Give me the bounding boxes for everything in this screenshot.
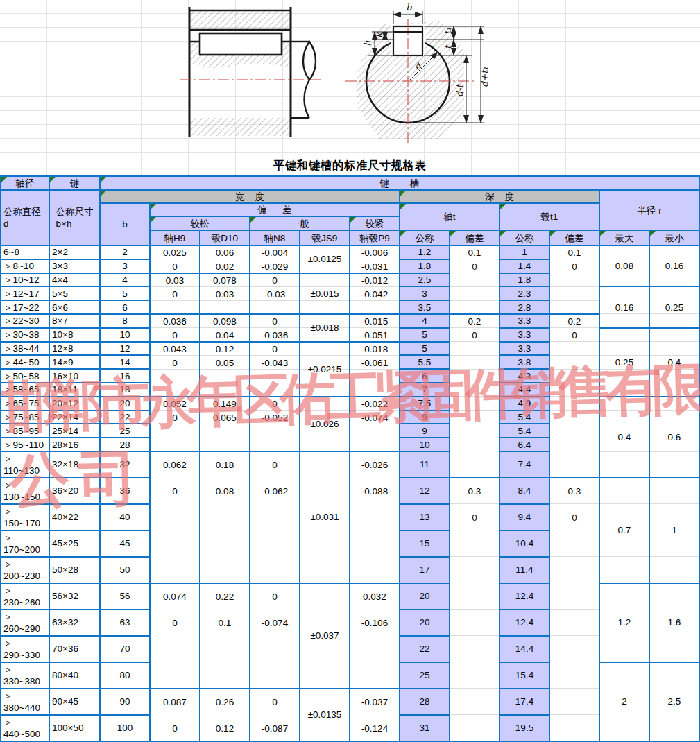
cell-n8: 0-0.03	[250, 274, 299, 313]
cell-radius-max: 0.4	[600, 397, 649, 477]
cell-js9: ±0.037	[300, 584, 349, 688]
cell-js9: ±0.0215	[300, 343, 349, 396]
cell-p9: -0.022-0.074	[350, 397, 399, 451]
cell-t1-nominal: 10.4	[500, 531, 549, 556]
cell-t1-nominal: 4.9	[500, 397, 549, 410]
cell-b: 32	[101, 452, 149, 477]
cell-radius-max: 0.16	[600, 287, 649, 327]
cell-bh: 70×36	[50, 637, 99, 662]
dim-label-t1: t₁	[443, 28, 453, 35]
cell-t-nominal: 3.5	[400, 301, 449, 313]
cell-bh: 6×6	[50, 301, 99, 313]
hub-cross-section-view: b h k t₁ t d-t d+t₁	[345, 2, 490, 143]
cell-b: 25	[101, 424, 149, 437]
cell-radius-max: 1.2	[600, 584, 649, 662]
cell-t1-nominal: 6.4	[500, 438, 549, 451]
cell-d: ＞85~95	[1, 424, 49, 437]
header-radius-r: 半径 r	[600, 191, 699, 230]
cell-p9: -0.026-0.088	[350, 452, 399, 583]
cell-t-nominal: 10	[400, 438, 449, 451]
header-keyway: 键 槽	[101, 177, 699, 189]
cell-d: ＞10~12	[1, 274, 49, 286]
cell-bh: 14×9	[50, 356, 99, 368]
cell-bh: 22×14	[50, 411, 99, 424]
cell-t-deviation: 0.20	[450, 315, 499, 477]
cell-d: ＞ 170~200	[1, 531, 49, 556]
cell-t1-nominal: 11.4	[500, 558, 549, 583]
cell-t1-nominal: 9.4	[500, 505, 549, 530]
cell-b: 22	[101, 411, 149, 424]
cell-t-nominal: 31	[400, 716, 449, 741]
cell-js9: ±0.026	[300, 397, 349, 451]
cell-p9: -0.006-0.031	[350, 246, 399, 273]
cell-b: 5	[101, 287, 149, 300]
cell-t1-nominal: 14.4	[500, 637, 549, 662]
cell-t1-deviation: 0.10	[550, 246, 599, 313]
cell-t-deviation: 0.10	[450, 246, 499, 313]
cell-n8: 0-0.087	[250, 689, 299, 741]
header-shaft-h9: 轴H9	[151, 231, 199, 245]
cell-t-nominal: 20	[400, 610, 449, 635]
cell-t1-nominal: 12.4	[500, 610, 549, 635]
cell-b: 50	[101, 558, 149, 583]
cell-radius-min: 0.25	[650, 287, 699, 327]
cell-p9: 0.032-0.106	[350, 584, 399, 688]
cell-bh: 12×8	[50, 343, 99, 355]
cell-t1-nominal: 5.4	[500, 411, 549, 424]
cell-bh: 25×14	[50, 424, 99, 437]
cell-d10: 0.060.02	[200, 246, 249, 273]
cell-bh: 56×32	[50, 584, 99, 609]
cell-t-nominal: 4	[400, 315, 449, 327]
cell-d: ＞ 380~440	[1, 689, 49, 714]
cell-b: 4	[101, 274, 149, 286]
cell-radius-min: 0.16	[650, 246, 699, 286]
cell-t-nominal: 11	[400, 452, 449, 477]
cell-bh: 100×50	[50, 716, 99, 741]
cell-n8: 0-0.052	[250, 397, 299, 451]
header-shaft-hub-p9: 轴毂P9	[350, 231, 399, 245]
header-nominal-diameter-d: 公称直径 d	[1, 191, 49, 245]
cell-t1-nominal: 12.4	[500, 584, 549, 609]
cell-h9: 0.0430	[151, 343, 199, 396]
cell-b: 56	[101, 584, 149, 609]
cell-t-nominal: 9	[400, 411, 449, 424]
cell-d: ＞44~50	[1, 356, 49, 368]
cell-bh: 8×7	[50, 315, 99, 327]
cell-t-nominal: 28	[400, 689, 449, 714]
cell-h9: 0.0740	[151, 584, 199, 688]
cell-b: 45	[101, 531, 149, 556]
cell-js9: ±0.015	[300, 274, 349, 313]
cell-d10: 0.260.12	[200, 689, 249, 741]
cell-d: ＞ 130~150	[1, 478, 49, 503]
header-shaft-n8: 轴N8	[250, 231, 299, 245]
cell-t-nominal: 6	[400, 370, 449, 382]
cell-t-nominal: 5	[400, 343, 449, 355]
cell-h9: 0.0870	[151, 689, 199, 741]
cell-t-deviation: 0.30	[450, 478, 499, 741]
cell-bh: 10×8	[50, 329, 99, 341]
cell-t-nominal: 1.2	[400, 246, 449, 259]
cell-d: ＞65~75	[1, 397, 49, 410]
cell-t1-nominal: 7.4	[500, 452, 549, 477]
cell-n8: -0.004-0.029	[250, 246, 299, 273]
key-keyway-spec-table: 轴径 键 键 槽 公称直径 d 公称尺寸 b×h 宽 度 深 度 半径 r b …	[0, 175, 700, 742]
dim-label-d-plus-t1: d+t₁	[479, 67, 490, 87]
cell-t-nominal: 3	[400, 287, 449, 300]
cell-t-nominal: 15	[400, 531, 449, 556]
cell-t1-nominal: 4.3	[500, 370, 549, 382]
cell-d: ＞ 330~380	[1, 663, 49, 688]
header-hub-d10: 毂D10	[200, 231, 249, 245]
cell-radius-min: 0.6	[650, 397, 699, 477]
cell-d: ＞ 290~330	[1, 637, 49, 662]
header-nominal-size-bxh: 公称尺寸 b×h	[50, 191, 99, 245]
header-width: 宽 度	[101, 191, 399, 202]
cell-b: 70	[101, 637, 149, 662]
cell-t1-deviation: 0.30	[550, 478, 599, 741]
cell-n8: 0-0.036	[250, 315, 299, 341]
cell-t1-nominal: 1	[500, 246, 549, 259]
cell-bh: 45×25	[50, 531, 99, 556]
cell-t1-nominal: 3.3	[500, 329, 549, 341]
cell-d: 6~8	[1, 246, 49, 259]
cell-d10: 0.1490.065	[200, 397, 249, 451]
cell-t1-deviation: 0.20	[550, 315, 599, 477]
